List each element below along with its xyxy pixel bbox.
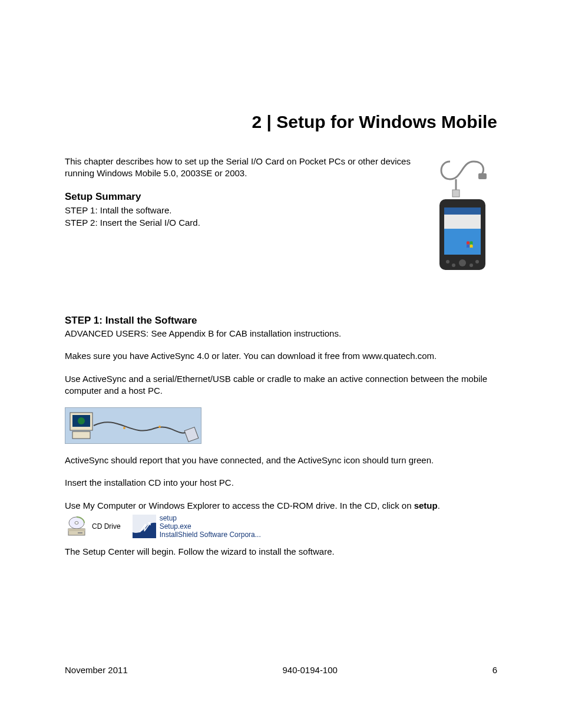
svg-point-15	[78, 417, 85, 424]
setup-file-labels: setup Setup.exe InstallShield Software C…	[160, 514, 261, 539]
step1-p5-bold: setup	[414, 500, 438, 510]
footer-date: November 2011	[65, 665, 128, 675]
setup-file-vendor: InstallShield Software Corpora...	[160, 531, 261, 539]
svg-point-9	[452, 263, 455, 267]
svg-point-17	[123, 427, 125, 429]
step1-p5-pre: Use My Computer or Windows Explorer to a…	[65, 500, 414, 510]
svg-rect-16	[72, 431, 90, 439]
svg-rect-6	[444, 215, 481, 229]
intro-paragraph: This chapter describes how to set up the…	[65, 156, 421, 180]
svg-rect-5	[444, 207, 481, 215]
svg-rect-2	[452, 190, 459, 197]
summary-step-2: STEP 2: Insert the Serial I/O Card.	[65, 217, 421, 229]
svg-rect-23	[68, 529, 85, 531]
svg-point-7	[459, 259, 466, 266]
installshield-icon	[133, 515, 156, 538]
svg-rect-0	[478, 173, 487, 179]
setup-file-name: setup	[160, 514, 261, 522]
footer-docnum: 940-0194-100	[282, 665, 337, 675]
step1-advanced: ADVANCED USERS: See Appendix B for CAB i…	[65, 328, 497, 340]
step1-p6: The Setup Center will begin. Follow the …	[65, 546, 497, 558]
activesync-diagram	[65, 407, 201, 444]
step1-p2: Use ActiveSync and a serial/Ethernet/USB…	[65, 373, 497, 397]
page-footer: November 2011 940-0194-100 6	[65, 665, 497, 675]
setup-file-exe: Setup.exe	[160, 522, 261, 531]
setup-summary-heading: Setup Summary	[65, 190, 421, 204]
step1-p5-post: .	[438, 500, 440, 510]
chapter-title: 2 | Setup for Windows Mobile	[65, 112, 497, 132]
svg-point-8	[446, 260, 449, 263]
svg-point-21	[75, 521, 78, 524]
svg-point-18	[158, 426, 161, 428]
footer-page: 6	[492, 665, 497, 675]
svg-rect-24	[78, 532, 82, 533]
summary-step-1: STEP 1: Intall the software.	[65, 205, 421, 216]
svg-point-11	[475, 260, 479, 263]
step1-heading: STEP 1: Install the Software	[65, 315, 497, 327]
svg-point-10	[470, 263, 473, 267]
step1-p3: ActiveSync should report that you have c…	[65, 454, 497, 466]
step1-p1: Makes sure you have ActiveSync 4.0 or la…	[65, 350, 497, 362]
pocket-pc-illustration	[432, 156, 497, 274]
step1-p4: Insert the installation CD into your hos…	[65, 477, 497, 489]
step1-p5: Use My Computer or Windows Explorer to a…	[65, 500, 497, 512]
cd-drive-icon	[65, 515, 88, 538]
cd-drive-label: CD Drive	[92, 522, 121, 531]
